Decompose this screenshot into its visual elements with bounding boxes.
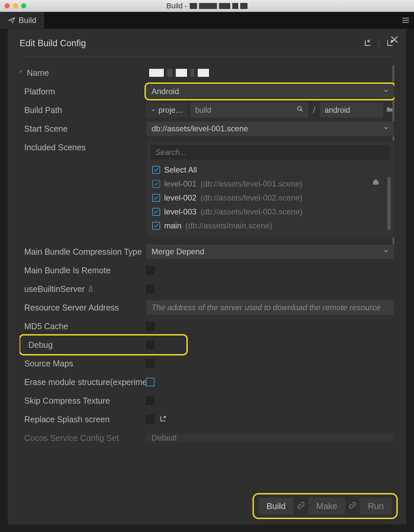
menu-button[interactable] [397,12,414,29]
build-config-panel: Edit Build Config Name Platform Android [7,29,407,525]
home-scene-indicator[interactable] [372,178,379,187]
name-input[interactable] [146,65,209,80]
chevron-down-icon [151,106,156,115]
scene-row[interactable]: level-003 (db://assets/level-003.scene) [151,205,389,219]
window-title: Build - [0,2,414,10]
scene-name: level-002 [164,193,196,202]
splash-label: Replace Splash screen [20,415,146,424]
edit-splash-button[interactable] [159,415,167,424]
row-start-scene: Start Scene db://assets/level-001.scene [20,119,394,138]
import-icon [363,39,372,47]
row-use-builtin: useBuiltinServer [20,280,394,298]
debug-label: Debug [24,340,146,350]
tab-build[interactable]: Build [0,12,44,29]
scene-row[interactable]: level-002 (db://assets/level-002.scene) [151,191,389,205]
zoom-window-button[interactable] [21,3,26,8]
build-path-sub: android [325,106,350,115]
name-label: Name [20,68,146,78]
close-icon [390,35,399,44]
row-platform: Platform Android [20,82,394,101]
scene-path: (db://assets/main.scene) [185,221,272,230]
scene-search-input[interactable]: Search... [151,145,389,160]
link-icon [349,501,357,511]
included-scenes-label: Included Scenes [20,141,146,152]
scene-checkbox[interactable] [152,222,160,230]
close-panel-button[interactable] [390,35,399,46]
is-remote-checkbox[interactable] [146,266,155,275]
start-scene-label: Start Scene [20,124,146,134]
row-debug: Debug [20,335,186,354]
scene-checkbox[interactable] [152,180,160,188]
resource-server-input[interactable]: The address of the server used to downlo… [146,300,394,315]
resource-server-label: Resource Server Address [20,303,146,313]
select-all-label: Select All [164,165,197,175]
row-resource-server: Resource Server Address The address of t… [20,298,394,317]
start-scene-select[interactable]: db://assets/level-001.scene [146,121,394,136]
scene-row[interactable]: main (db://assets/main.scene) [151,219,389,233]
chevron-down-icon [383,87,389,96]
scene-scrollbar[interactable] [387,177,391,230]
scene-checkbox[interactable] [152,208,160,216]
traffic-lights [5,3,26,8]
import-config-button[interactable] [363,39,372,49]
row-build-path: Build Path proje… build / android [20,101,394,119]
tab-strip: Build [0,12,414,29]
panel-header: Edit Build Config [20,38,394,56]
row-erase: Erase module structure(experime [20,373,394,391]
make-button[interactable]: Make [308,498,346,514]
panel-body: Name Platform Android Build Path [20,64,394,518]
erase-checkbox[interactable] [146,378,155,386]
separator [379,39,379,48]
skip-label: Skip Compress Texture [20,396,146,406]
external-link-icon [159,415,167,423]
panel-title: Edit Build Config [20,38,86,49]
cocos-label: Cocos Service Config Set [20,433,146,443]
tab-label: Build [19,16,36,25]
row-compression: Main Bundle Compression Type Merge Depen… [20,242,394,261]
start-scene-value: db://assets/level-001.scene [152,124,248,133]
scene-name: level-003 [164,207,196,216]
home-icon [372,178,379,186]
source-maps-label: Source Maps [20,359,146,368]
source-maps-checkbox[interactable] [146,359,155,368]
build-path-dir-input[interactable]: build [190,102,308,118]
platform-select[interactable]: Android [146,84,394,99]
splash-checkbox[interactable] [146,415,155,424]
use-builtin-checkbox[interactable] [146,285,155,293]
use-builtin-label: useBuiltinServer [20,284,146,294]
close-window-button[interactable] [5,3,10,8]
chevron-down-icon [383,247,389,256]
debug-checkbox[interactable] [146,340,155,349]
compression-select[interactable]: Merge Depend [146,244,394,259]
skip-checkbox[interactable] [146,396,155,405]
platform-label: Platform [20,87,146,96]
is-remote-label: Main Bundle Is Remote [20,266,146,275]
path-separator: / [311,105,317,115]
row-cocos-cut: Cocos Service Config Set Default [20,429,394,447]
compression-label: Main Bundle Compression Type [20,247,146,257]
row-skip: Skip Compress Texture [20,391,394,410]
minimize-window-button[interactable] [13,3,18,8]
cocos-select[interactable]: Default [146,433,394,443]
row-included-scenes: Included Scenes Search... Select All lev… [20,138,394,238]
select-all-checkbox[interactable] [152,166,160,174]
row-splash: Replace Splash screen [20,410,394,429]
run-button[interactable]: Run [360,498,392,514]
select-all-row[interactable]: Select All [151,163,389,177]
titlebar: Build - [0,0,414,12]
scene-name: main [164,221,181,230]
md5-label: MD5 Cache [20,322,146,331]
md5-checkbox[interactable] [146,322,155,331]
hamburger-icon [401,16,410,25]
scene-checkbox[interactable] [152,194,160,202]
search-icon[interactable] [296,105,304,115]
build-button[interactable]: Build [259,498,294,514]
scene-row[interactable]: level-001 (db://assets/level-001.scene) [151,177,389,191]
build-path-root: proje… [158,106,183,115]
scene-name: level-001 [164,179,196,189]
row-md5: MD5 Cache [20,317,394,335]
beaker-icon [87,284,94,294]
build-path-sub-input[interactable]: android [320,102,383,118]
build-path-root-select[interactable]: proje… [146,102,188,118]
scene-path: (db://assets/level-002.scene) [200,193,302,202]
